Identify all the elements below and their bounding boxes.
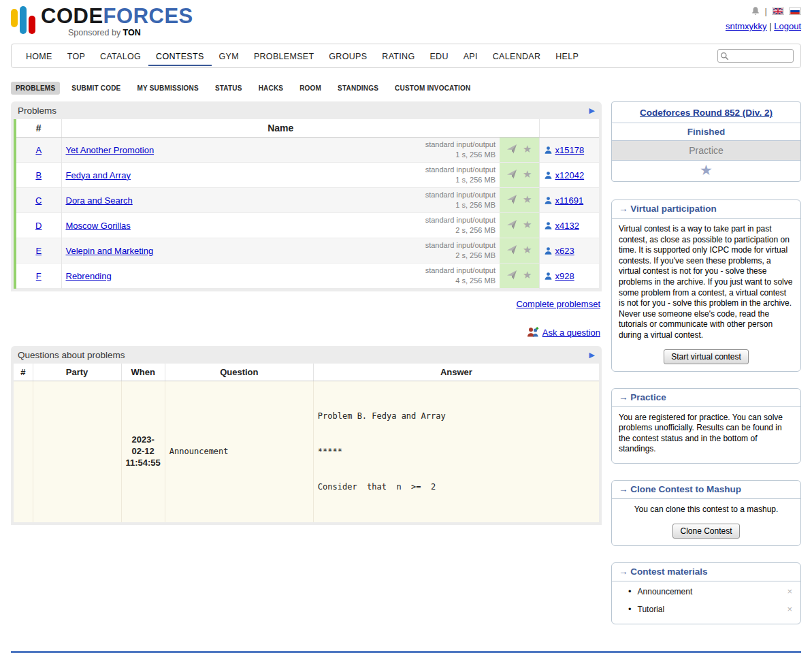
problem-name-link[interactable]: Yet Another Promotion (66, 145, 155, 155)
subnav-custom-invocation[interactable]: CUSTOM INVOCATION (390, 82, 475, 95)
dismiss-icon[interactable]: × (787, 605, 792, 613)
solved-count-link[interactable]: x15178 (555, 145, 585, 155)
logout-link[interactable]: Logout (774, 21, 801, 31)
sidebar: Codeforces Round 852 (Div. 2) Finished P… (611, 101, 801, 641)
nav-calendar[interactable]: CALENDAR (485, 46, 548, 66)
problem-limits: standard input/output1 s, 256 MB (425, 165, 496, 185)
start-virtual-contest-button[interactable]: Start virtual contest (664, 349, 749, 364)
solved-count-link[interactable]: x11691 (555, 195, 584, 206)
subnav-submit-code[interactable]: SUBMIT CODE (67, 82, 125, 95)
english-flag-icon[interactable] (772, 7, 784, 15)
problems-caption: Problems (18, 106, 56, 116)
virtual-participation-title: → Virtual participation (612, 200, 800, 219)
problem-letter-link[interactable]: A (35, 145, 42, 155)
contest-favorite-star-icon[interactable]: ★ (700, 162, 713, 178)
ask-question-icon (527, 327, 539, 338)
solvers-person-icon (544, 171, 553, 180)
problem-letter-link[interactable]: F (36, 271, 42, 281)
solvers-person-icon (544, 146, 553, 155)
arrow-icon: → (619, 566, 628, 577)
q-col-question: Question (165, 364, 313, 381)
submit-plane-icon[interactable] (506, 169, 517, 180)
nav-groups[interactable]: GROUPS (321, 46, 374, 66)
contest-materials-box: → Contest materials • Announcement × • T… (611, 562, 801, 624)
contest-subnav: PROBLEMS SUBMIT CODE MY SUBMISSIONS STAT… (11, 82, 801, 95)
subnav-standings[interactable]: STANDINGS (333, 82, 383, 95)
nav-gym[interactable]: GYM (212, 46, 246, 66)
nav-home[interactable]: HOME (18, 46, 60, 66)
nav-edu[interactable]: EDU (422, 46, 455, 66)
practice-box: → Practice You are registered for practi… (611, 388, 801, 464)
nav-catalog[interactable]: CATALOG (93, 46, 148, 66)
questions-table: # Party When Question Answer 2023-02-12 … (14, 364, 599, 522)
problem-name-link[interactable]: Rebrending (66, 271, 112, 281)
bell-icon[interactable] (751, 6, 760, 16)
clone-contest-button[interactable]: Clone Contest (672, 524, 739, 539)
col-header-name: Name (61, 119, 500, 138)
submit-plane-icon[interactable] (506, 270, 517, 281)
expand-arrow-icon[interactable]: ▶ (589, 107, 595, 114)
logo-word-forces: FORCES (103, 4, 193, 28)
favorite-star-icon[interactable]: ★ (523, 270, 532, 280)
problem-letter-link[interactable]: E (35, 246, 42, 256)
submit-plane-icon[interactable] (506, 144, 517, 155)
problem-name-link[interactable]: Fedya and Array (66, 170, 131, 180)
nav-problemset[interactable]: PROBLEMSET (246, 46, 321, 66)
problem-letter-link[interactable]: C (35, 195, 42, 206)
problems-caption-bar: Problems ▶ (14, 101, 599, 119)
solved-count-link[interactable]: x12042 (555, 170, 585, 180)
codeforces-logo[interactable]: CODEFORCES Sponsored by TON (11, 5, 193, 38)
header-separator: | (765, 6, 767, 16)
tutorial-link[interactable]: Tutorial (638, 605, 665, 614)
nav-rating[interactable]: RATING (374, 46, 422, 66)
subnav-hacks[interactable]: HACKS (254, 82, 289, 95)
nav-api[interactable]: API (456, 46, 485, 66)
subnav-room[interactable]: ROOM (295, 82, 326, 95)
search-box (717, 49, 794, 63)
nav-help[interactable]: HELP (548, 46, 586, 66)
favorite-star-icon[interactable]: ★ (523, 194, 532, 204)
problem-limits: standard input/output1 s, 256 MB (425, 140, 496, 160)
problem-name-link[interactable]: Velepin and Marketing (66, 246, 154, 256)
favorite-star-icon[interactable]: ★ (523, 219, 532, 229)
bullet-icon: • (628, 605, 632, 613)
favorite-star-icon[interactable]: ★ (523, 144, 532, 154)
sponsor-prefix: Sponsored by (68, 28, 123, 37)
russian-flag-icon[interactable] (789, 7, 801, 15)
dismiss-icon[interactable]: × (787, 587, 792, 596)
logo-bar-yellow (11, 9, 18, 27)
nav-top[interactable]: TOP (60, 46, 93, 66)
expand-arrow-icon[interactable]: ▶ (589, 351, 595, 359)
username-link[interactable]: sntmxykky (726, 21, 767, 31)
problem-letter-link[interactable]: D (35, 221, 42, 231)
subnav-problems[interactable]: PROBLEMS (11, 82, 60, 95)
solved-count-link[interactable]: x4132 (555, 221, 579, 231)
submit-plane-icon[interactable] (506, 244, 517, 255)
submit-plane-icon[interactable] (506, 219, 517, 230)
favorite-star-icon[interactable]: ★ (523, 169, 532, 179)
solvers-person-icon (544, 221, 553, 230)
solvers-person-icon (544, 196, 553, 205)
subnav-my-submissions[interactable]: MY SUBMISSIONS (132, 82, 203, 95)
solved-count-link[interactable]: x623 (555, 246, 574, 256)
main-column: Problems ▶ # Name A Yet Anoth (11, 101, 602, 529)
logo-text: CODEFORCES Sponsored by TON (41, 5, 193, 37)
bullet-icon: • (628, 587, 632, 596)
contest-title-link[interactable]: Codeforces Round 852 (Div. 2) (640, 108, 773, 118)
arrow-icon: → (619, 204, 628, 214)
submit-plane-icon[interactable] (506, 194, 517, 205)
favorite-star-icon[interactable]: ★ (523, 244, 532, 255)
ask-question-link[interactable]: Ask a question (542, 328, 600, 338)
questions-box: Questions about problems ▶ # Party When … (11, 346, 602, 525)
announcement-link[interactable]: Announcement (638, 587, 693, 596)
problem-limits: standard input/output4 s, 256 MB (425, 266, 496, 286)
nav-contests[interactable]: CONTESTS (148, 46, 211, 66)
logo-bars-icon (11, 5, 35, 38)
col-header-icons (500, 119, 539, 138)
complete-problemset-link[interactable]: Complete problemset (516, 299, 600, 309)
problem-name-link[interactable]: Dora and Search (66, 195, 133, 206)
solved-count-link[interactable]: x928 (555, 271, 574, 281)
problem-name-link[interactable]: Moscow Gorillas (66, 221, 131, 231)
problem-letter-link[interactable]: B (35, 170, 42, 180)
subnav-status[interactable]: STATUS (210, 82, 247, 95)
